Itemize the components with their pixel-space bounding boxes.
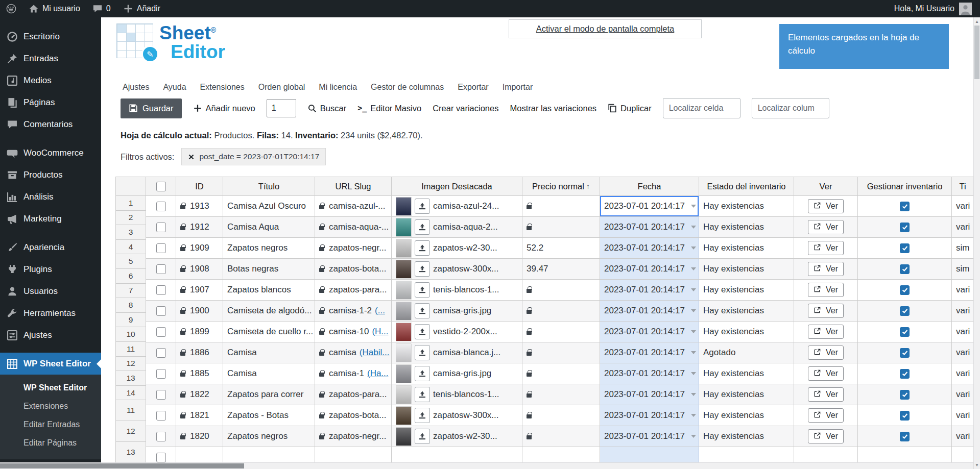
product-type-cell[interactable]: vari <box>952 196 973 217</box>
date-cell[interactable]: 2023-07-01 20:14:17 <box>600 196 699 217</box>
product-type-cell[interactable]: vari <box>952 426 973 447</box>
submenu-item-editar-paginas[interactable]: Editar Páginas <box>0 434 101 452</box>
enable-edit-link[interactable]: (... <box>375 306 385 316</box>
manage-inventory-checkbox[interactable] <box>900 243 910 253</box>
product-type-cell[interactable]: vari <box>952 322 973 342</box>
date-cell[interactable]: 2023-07-01 20:14:17 <box>600 363 699 384</box>
add-new-button[interactable]: Añadir nuevo <box>193 104 255 113</box>
row-select-checkbox[interactable] <box>156 432 166 441</box>
manage-inventory-checkbox[interactable] <box>900 202 910 211</box>
upload-image-button[interactable] <box>415 345 430 360</box>
stock-status-cell[interactable]: Hay existencias <box>699 280 794 301</box>
tab-mi-licencia[interactable]: Mi licencia <box>319 83 357 92</box>
add-count-input[interactable] <box>267 99 296 117</box>
row-select-checkbox[interactable] <box>156 369 166 379</box>
locate-column-input[interactable] <box>752 98 829 118</box>
regular-price-cell[interactable] <box>522 196 600 217</box>
fullscreen-toggle[interactable]: Activar el modo de pantalla completa <box>509 19 702 38</box>
account-menu[interactable]: Hola, Mi Usuario <box>894 3 980 15</box>
select-all-checkbox[interactable] <box>156 182 166 191</box>
tab-extensiones[interactable]: Extensiones <box>200 83 245 92</box>
regular-price-cell[interactable]: 52.2 <box>522 238 600 259</box>
product-title-cell[interactable]: Camisa Azul Oscuro <box>223 196 315 217</box>
submenu-item-extensiones[interactable]: Extensiones <box>0 397 101 415</box>
sidebar-item-wp-sheet-editor[interactable]: WP Sheet Editor <box>0 353 101 375</box>
url-slug-cell[interactable]: zapatos-bota... <box>315 259 392 280</box>
column-header-imagen-destacada[interactable]: Imagen Destacada <box>392 177 522 196</box>
sidebar-item-plugins[interactable]: Plugins <box>0 258 101 280</box>
stock-status-cell[interactable]: Hay existencias <box>699 322 794 342</box>
row-select-checkbox[interactable] <box>156 264 166 274</box>
submenu-item-editar-entradas[interactable]: Editar Entradas <box>0 415 101 434</box>
product-id-cell[interactable]: 1886 <box>176 342 223 363</box>
sidebar-item-productos[interactable]: Productos <box>0 164 101 186</box>
upload-image-button[interactable] <box>415 240 430 256</box>
product-title-cell[interactable]: Zapatos negros <box>223 426 315 447</box>
manage-inventory-checkbox[interactable] <box>900 411 910 421</box>
sidebar-item-analisis[interactable]: Análisis <box>0 186 101 208</box>
product-id-cell[interactable]: 1899 <box>176 322 223 342</box>
date-cell[interactable]: 2023-07-01 20:14:17 <box>600 322 699 342</box>
manage-inventory-checkbox[interactable] <box>900 369 910 379</box>
tab-ajustes[interactable]: Ajustes <box>123 83 149 92</box>
view-button[interactable]: Ver <box>808 220 844 234</box>
horizontal-scrollbar-thumb[interactable] <box>0 463 244 468</box>
stock-status-cell[interactable] <box>699 447 794 462</box>
upload-image-button[interactable] <box>415 429 430 444</box>
url-slug-cell[interactable] <box>315 447 392 462</box>
regular-price-cell[interactable] <box>522 363 600 384</box>
sidebar-item-apariencia[interactable]: Apariencia <box>0 236 101 258</box>
upload-image-button[interactable] <box>415 408 430 423</box>
view-button[interactable]: Ver <box>808 241 844 255</box>
regular-price-cell[interactable] <box>522 301 600 322</box>
create-variations-button[interactable]: Crear variaciones <box>433 104 498 113</box>
row-select-checkbox[interactable] <box>156 453 166 462</box>
url-slug-cell[interactable]: zapatos-para... <box>315 384 392 405</box>
url-slug-cell[interactable]: camisa (Habil... <box>315 342 392 363</box>
manage-inventory-checkbox[interactable] <box>900 390 910 400</box>
sidebar-item-usuarios[interactable]: Usuarios <box>0 280 101 302</box>
vertical-scrollbar[interactable]: ▲ ▼ <box>973 17 980 469</box>
date-cell[interactable]: 2023-07-01 20:14:17 <box>600 426 699 447</box>
scroll-down-arrow-icon[interactable]: ▼ <box>974 461 980 468</box>
stock-status-cell[interactable]: Hay existencias <box>699 259 794 280</box>
view-button[interactable]: Ver <box>808 387 844 402</box>
enable-edit-link[interactable]: (H... <box>372 327 388 337</box>
row-select-checkbox[interactable] <box>156 202 166 211</box>
sidebar-item-marketing[interactable]: Marketing <box>0 208 101 230</box>
column-header-ver[interactable]: Ver <box>794 177 858 196</box>
duplicate-button[interactable]: Duplicar <box>608 104 652 113</box>
manage-inventory-checkbox[interactable] <box>900 223 910 232</box>
view-button[interactable]: Ver <box>808 283 844 297</box>
product-id-cell[interactable]: 1912 <box>176 217 223 238</box>
manage-inventory-checkbox[interactable] <box>900 285 910 295</box>
upload-image-button[interactable] <box>415 366 430 381</box>
url-slug-cell[interactable]: zapatos-negr... <box>315 426 392 447</box>
manage-inventory-checkbox[interactable] <box>900 264 910 274</box>
regular-price-cell[interactable]: 39.47 <box>522 259 600 280</box>
remove-filter-icon[interactable] <box>188 154 195 160</box>
row-select-checkbox[interactable] <box>156 411 166 421</box>
date-cell[interactable]: 2023-07-01 20:14:17 <box>600 301 699 322</box>
product-type-cell[interactable]: vari <box>952 217 973 238</box>
product-id-cell[interactable]: 1820 <box>176 426 223 447</box>
tab-exportar[interactable]: Exportar <box>458 83 488 92</box>
manage-inventory-checkbox[interactable] <box>900 348 910 358</box>
regular-price-cell[interactable] <box>522 405 600 426</box>
product-title-cell[interactable]: Camiseta de cuello r... <box>223 322 315 342</box>
product-type-cell[interactable]: vari <box>952 280 973 301</box>
regular-price-cell[interactable] <box>522 280 600 301</box>
stock-status-cell[interactable]: Hay existencias <box>699 426 794 447</box>
product-title-cell[interactable]: Camisa <box>223 342 315 363</box>
manage-inventory-checkbox[interactable] <box>900 306 910 316</box>
new-content-menu[interactable]: Añadir <box>117 0 166 17</box>
scroll-up-arrow-icon[interactable]: ▲ <box>974 18 980 25</box>
wordpress-menu[interactable] <box>0 0 22 17</box>
bulk-editor-button[interactable]: >_ Editor Masivo <box>357 104 421 113</box>
product-type-cell[interactable] <box>952 447 973 462</box>
view-button[interactable]: Ver <box>808 429 844 443</box>
url-slug-cell[interactable]: camisa-1 (Ha... <box>315 363 392 384</box>
row-select-checkbox[interactable] <box>156 348 166 358</box>
product-title-cell[interactable]: Camisa <box>223 363 315 384</box>
product-type-cell[interactable]: sim <box>952 259 973 280</box>
